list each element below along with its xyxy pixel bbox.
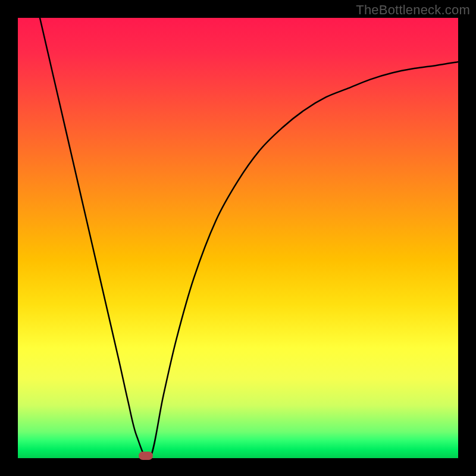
minimum-marker [139,452,153,460]
bottleneck-curve [40,18,458,458]
watermark-text: TheBottleneck.com [356,2,470,18]
plot-area [18,18,458,458]
curve-svg [18,18,458,458]
